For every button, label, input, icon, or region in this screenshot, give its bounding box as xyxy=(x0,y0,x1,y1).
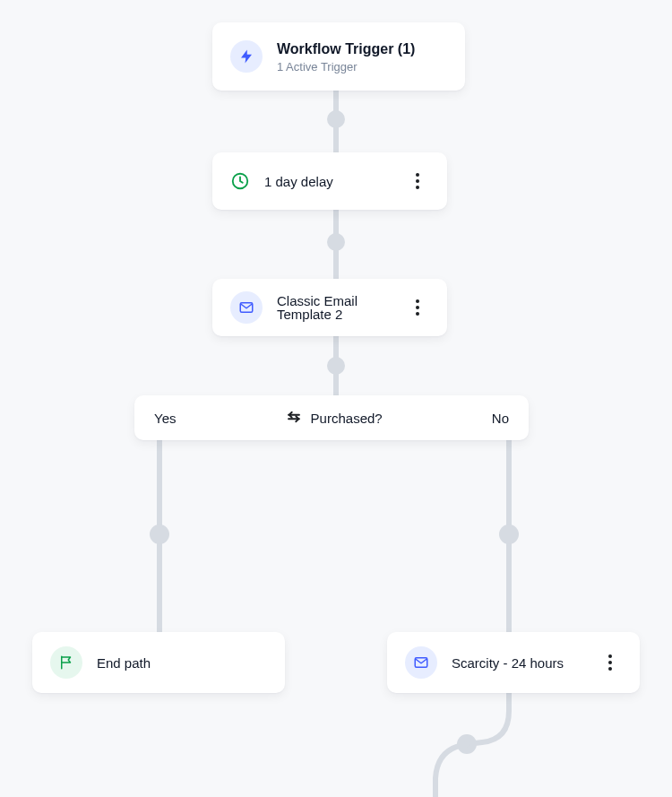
mail-icon xyxy=(230,291,263,324)
svg-point-10 xyxy=(457,734,477,754)
workflow-trigger-node[interactable]: Workflow Trigger (1) 1 Active Trigger xyxy=(212,22,465,91)
trigger-subtitle: 1 Active Trigger xyxy=(277,60,447,74)
svg-point-9 xyxy=(499,524,519,544)
delay-label: 1 day delay xyxy=(264,175,406,188)
delay-node[interactable]: 1 day delay xyxy=(212,152,447,210)
bolt-icon xyxy=(230,40,263,73)
split-icon xyxy=(286,409,302,428)
email1-label: Classic Email Template 2 xyxy=(277,294,406,321)
svg-point-3 xyxy=(327,233,345,251)
condition-question: Purchased? xyxy=(311,411,383,426)
svg-point-1 xyxy=(327,110,345,128)
flag-icon xyxy=(50,646,82,679)
svg-point-7 xyxy=(150,524,169,544)
condition-yes-label: Yes xyxy=(154,411,176,426)
end-path-node[interactable]: End path xyxy=(32,632,285,693)
more-icon[interactable] xyxy=(406,169,429,193)
clock-icon xyxy=(230,171,250,191)
trigger-title: Workflow Trigger (1) xyxy=(277,39,447,59)
end-path-label: End path xyxy=(97,656,267,670)
condition-no-label: No xyxy=(492,411,509,426)
more-icon[interactable] xyxy=(406,296,429,319)
svg-point-5 xyxy=(327,357,345,375)
email-node-1[interactable]: Classic Email Template 2 xyxy=(212,279,447,336)
email2-label: Scarcity - 24 hours xyxy=(452,656,599,670)
workflow-canvas: Workflow Trigger (1) 1 Active Trigger 1 … xyxy=(0,0,672,797)
more-icon[interactable] xyxy=(599,651,622,674)
mail-icon xyxy=(405,646,437,679)
condition-node[interactable]: Yes Purchased? No xyxy=(134,395,529,440)
email-node-2[interactable]: Scarcity - 24 hours xyxy=(387,632,640,693)
